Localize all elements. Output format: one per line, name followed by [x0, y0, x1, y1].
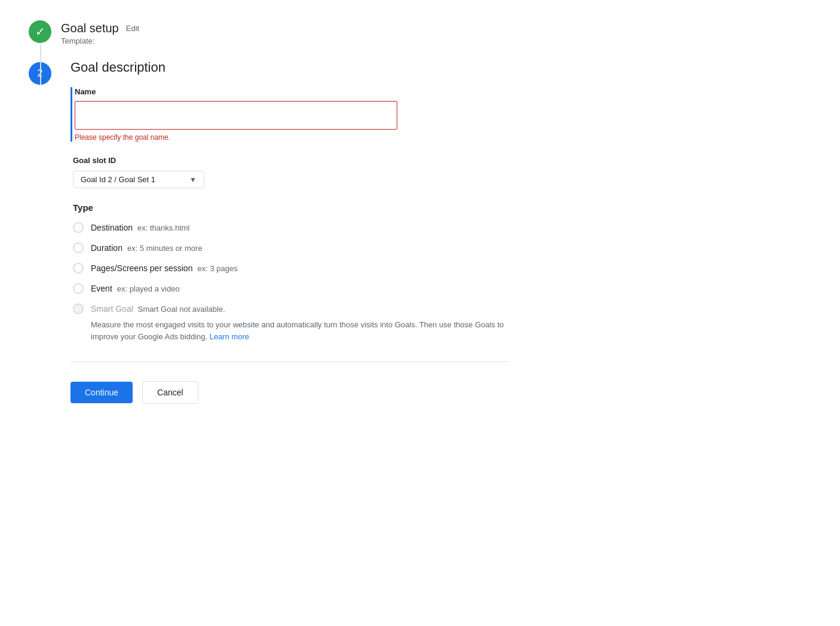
step1-title-text: Goal setup: [61, 22, 119, 35]
continue-button[interactable]: Continue: [70, 382, 133, 403]
step1-content: Goal setup Edit Template:: [61, 19, 509, 45]
divider: [70, 361, 509, 362]
step1-subtitle: Template:: [61, 36, 509, 45]
name-error: Please specify the goal name.: [75, 133, 509, 142]
radio-pages[interactable]: [73, 263, 84, 274]
type-label: Type: [73, 202, 509, 213]
radio-option-pages: Pages/Screens per session ex: 3 pages: [73, 263, 509, 274]
type-section: Type Destination ex: thanks.html Duratio…: [70, 202, 509, 342]
checkmark-icon: ✓: [35, 24, 45, 39]
radio-option-destination: Destination ex: thanks.html: [73, 222, 509, 233]
step2-indicator-col: 2: [29, 61, 61, 85]
step1-indicator: ✓: [29, 20, 51, 43]
radio-option-smart: Smart Goal Smart Goal not available.: [73, 303, 509, 314]
smart-hint: Smart Goal not available.: [138, 305, 225, 314]
radio-duration[interactable]: [73, 243, 84, 253]
smart-description-text: Measure the most engaged visits to your …: [91, 320, 504, 341]
smart-label: Smart Goal: [91, 304, 133, 314]
name-section: Name Please specify the goal name.: [70, 87, 509, 142]
destination-hint: ex: thanks.html: [137, 223, 189, 232]
goal-slot-section: Goal slot ID Goal Id 2 / Goal Set 1 ▼: [70, 156, 509, 188]
duration-hint: ex: 5 minutes or more: [127, 244, 203, 253]
learn-more-link[interactable]: Learn more: [210, 332, 249, 341]
dropdown-arrow-icon: ▼: [189, 176, 197, 184]
step2-title: Goal description: [70, 60, 509, 75]
event-hint: ex: played a video: [117, 284, 180, 293]
radio-event[interactable]: [73, 283, 84, 294]
goal-slot-dropdown[interactable]: Goal Id 2 / Goal Set 1 ▼: [73, 171, 204, 188]
step1-title: Goal setup Edit: [61, 22, 509, 35]
duration-label: Duration: [91, 243, 122, 253]
radio-option-event: Event ex: played a video: [73, 283, 509, 294]
step2: 2 Goal description Name Please specify t…: [29, 60, 509, 404]
goal-slot-label: Goal slot ID: [73, 156, 509, 165]
goal-slot-selected: Goal Id 2 / Goal Set 1: [81, 175, 155, 184]
radio-destination[interactable]: [73, 222, 84, 233]
step-connector: [40, 44, 41, 85]
cancel-button[interactable]: Cancel: [142, 381, 198, 404]
page-container: ✓ Goal setup Edit Template: 2 Goal descr…: [0, 0, 538, 423]
action-buttons: Continue Cancel: [70, 381, 509, 404]
radio-smart: [73, 303, 84, 314]
event-label: Event: [91, 284, 112, 293]
destination-label: Destination: [91, 223, 133, 232]
step1: ✓ Goal setup Edit Template:: [29, 19, 509, 45]
name-input[interactable]: [75, 101, 397, 130]
pages-label: Pages/Screens per session: [91, 263, 192, 273]
radio-option-duration: Duration ex: 5 minutes or more: [73, 243, 509, 253]
pages-hint: ex: 3 pages: [197, 264, 237, 273]
name-label: Name: [75, 87, 509, 96]
step2-body: Goal description Name Please specify the…: [70, 60, 509, 404]
smart-goal-description: Measure the most engaged visits to your …: [91, 319, 509, 342]
edit-link[interactable]: Edit: [126, 24, 139, 33]
